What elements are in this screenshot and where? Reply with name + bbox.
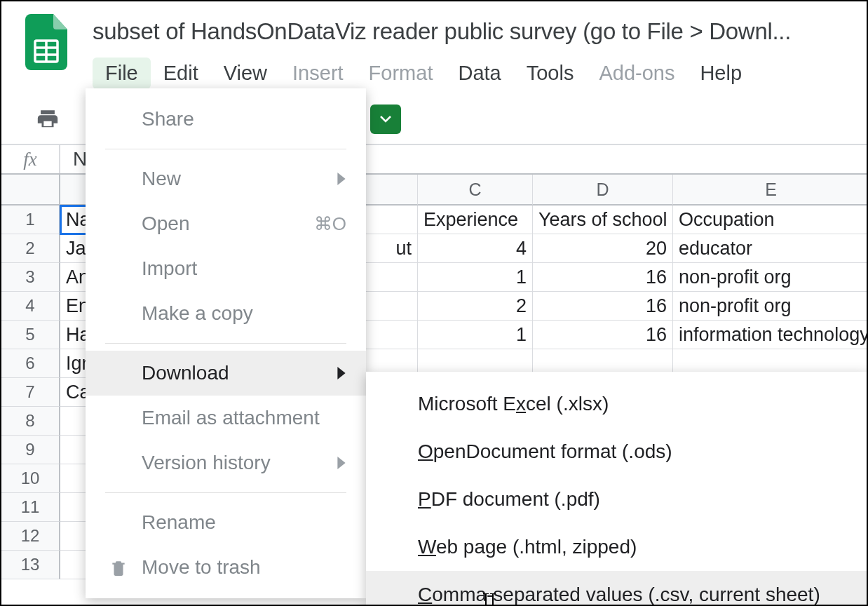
cell[interactable]: information technology xyxy=(673,321,868,349)
print-icon xyxy=(35,107,60,131)
menu-insert[interactable]: Insert xyxy=(280,58,356,89)
menu-item-label: Open xyxy=(142,213,190,235)
cell[interactable]: 2 xyxy=(418,292,533,321)
cell[interactable]: 16 xyxy=(533,292,673,321)
chevron-right-icon xyxy=(337,452,346,474)
menu-format[interactable]: Format xyxy=(356,58,446,89)
cell[interactable]: non-profit org xyxy=(673,263,868,292)
submenu-label-part: C xyxy=(418,584,432,605)
menu-divider xyxy=(105,492,346,493)
keyboard-shortcut: ⌘O xyxy=(314,213,346,235)
menu-item-version-history[interactable]: Version history xyxy=(86,440,366,485)
menu-help[interactable]: Help xyxy=(687,58,754,89)
row-header[interactable]: 13 xyxy=(1,551,60,579)
select-all-corner[interactable] xyxy=(1,175,60,206)
menu-item-email-attachment[interactable]: Email as attachment xyxy=(86,396,366,440)
fx-label: fx xyxy=(1,145,60,173)
submenu-label-part: W xyxy=(418,536,436,558)
chevron-right-icon xyxy=(337,362,346,384)
row-header[interactable]: 1 xyxy=(1,206,60,234)
row-header[interactable]: 3 xyxy=(1,263,60,292)
cell[interactable]: non-profit org xyxy=(673,292,868,321)
cell[interactable]: 16 xyxy=(533,321,673,349)
menu-tools[interactable]: Tools xyxy=(514,58,587,89)
row-header[interactable]: 9 xyxy=(1,436,60,464)
formula-bar[interactable]: N xyxy=(60,148,87,170)
submenu-item-ods[interactable]: OpenDocument format (.ods) xyxy=(366,428,868,476)
menu-addons[interactable]: Add-ons xyxy=(586,58,687,89)
row-header[interactable]: 11 xyxy=(1,493,60,522)
cell[interactable]: 16 xyxy=(533,263,673,292)
menu-divider xyxy=(105,343,346,344)
submenu-label-part: penDocument format (.ods) xyxy=(433,440,672,462)
submenu-item-web[interactable]: Web page (.html, zipped) xyxy=(366,523,868,571)
cell[interactable]: 20 xyxy=(533,234,673,263)
row-header[interactable]: 2 xyxy=(1,234,60,263)
submenu-label-part: O xyxy=(418,440,433,462)
row-header[interactable]: 7 xyxy=(1,378,60,407)
toolbar-dropdown-button[interactable] xyxy=(370,105,401,134)
submenu-item-xlsx[interactable]: Microsoft Excel (.xlsx) xyxy=(366,380,868,428)
menu-view[interactable]: View xyxy=(211,58,280,89)
chevron-right-icon xyxy=(337,168,346,190)
cell[interactable]: 4 xyxy=(418,234,533,263)
menu-item-open[interactable]: Open ⌘O xyxy=(86,201,366,246)
menu-edit[interactable]: Edit xyxy=(151,58,211,89)
file-menu-dropdown: Share New Open ⌘O Import Make a copy Dow… xyxy=(86,88,366,598)
menu-item-move-to-trash[interactable]: Move to trash xyxy=(86,545,366,590)
menu-item-share[interactable]: Share xyxy=(86,97,366,142)
menu-data[interactable]: Data xyxy=(445,58,513,89)
menu-item-rename[interactable]: Rename xyxy=(86,500,366,545)
menu-item-import[interactable]: Import xyxy=(86,246,366,291)
submenu-item-pdf[interactable]: PDF document (.pdf) xyxy=(366,476,868,523)
submenu-label-part: P xyxy=(418,488,431,510)
document-title[interactable]: subset of HandsOnDataViz reader public s… xyxy=(93,18,857,45)
submenu-label-part: eb page (.html, zipped) xyxy=(436,536,637,558)
menu-item-label: Version history xyxy=(142,452,271,474)
cell[interactable]: Occupation xyxy=(673,206,868,234)
cursor-icon xyxy=(481,593,498,606)
menu-item-make-copy[interactable]: Make a copy xyxy=(86,291,366,336)
row-header[interactable]: 12 xyxy=(1,522,60,551)
submenu-label-part: x xyxy=(516,393,526,415)
menu-file[interactable]: File xyxy=(93,58,151,89)
print-button[interactable] xyxy=(34,105,62,133)
cell[interactable]: Experience xyxy=(418,206,533,234)
menu-item-label: Download xyxy=(142,362,229,384)
chevron-down-icon xyxy=(380,116,391,123)
menubar: File Edit View Insert Format Data Tools … xyxy=(93,58,867,89)
cell[interactable]: 1 xyxy=(418,321,533,349)
sheets-logo-icon xyxy=(25,14,67,70)
cell[interactable]: 1 xyxy=(418,263,533,292)
col-header-c[interactable]: C xyxy=(418,175,533,206)
menu-divider xyxy=(105,149,346,149)
submenu-item-csv[interactable]: Comma-separated values (.csv, current sh… xyxy=(366,571,868,606)
row-header[interactable]: 4 xyxy=(1,292,60,321)
download-submenu: Microsoft Excel (.xlsx) OpenDocument for… xyxy=(366,372,868,606)
submenu-label-part: cel (.xlsx) xyxy=(526,393,609,415)
submenu-label-part: Microsoft E xyxy=(418,393,516,415)
menu-item-download[interactable]: Download xyxy=(86,351,366,396)
menu-item-label: Move to trash xyxy=(142,556,261,579)
menu-item-new[interactable]: New xyxy=(86,156,366,201)
cell[interactable]: Years of school xyxy=(533,206,673,234)
cell[interactable]: educator xyxy=(673,234,868,263)
row-header[interactable]: 5 xyxy=(1,321,60,349)
submenu-label-part: DF document (.pdf) xyxy=(431,488,600,510)
row-header[interactable]: 8 xyxy=(1,407,60,436)
row-header[interactable]: 10 xyxy=(1,464,60,493)
row-header[interactable]: 6 xyxy=(1,349,60,378)
menu-item-label: New xyxy=(142,168,181,190)
trash-icon xyxy=(108,557,129,578)
col-header-d[interactable]: D xyxy=(533,175,673,206)
col-header-e[interactable]: E xyxy=(673,175,868,206)
